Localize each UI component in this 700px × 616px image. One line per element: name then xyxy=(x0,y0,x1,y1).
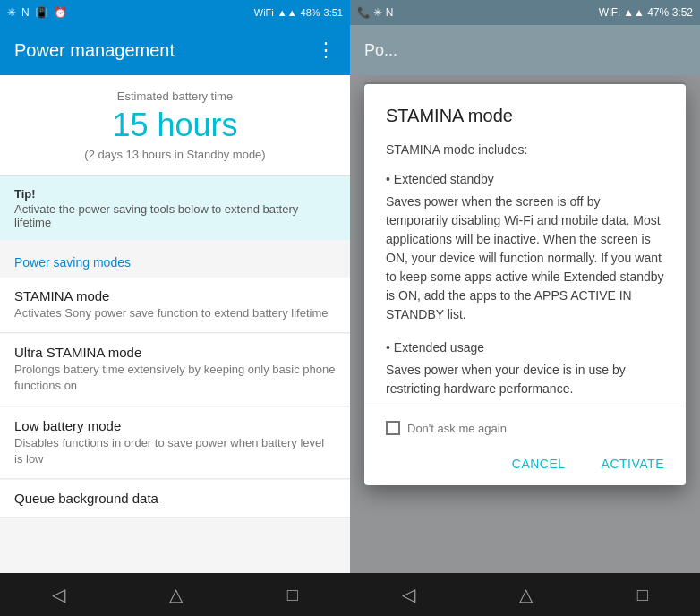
list-item[interactable]: Ultra STAMINA mode Prolongs battery time… xyxy=(0,334,350,406)
vibrate-icon: 📳 xyxy=(35,6,48,19)
battery-right: 47% xyxy=(647,6,669,19)
home-button-left[interactable]: △ xyxy=(169,584,183,605)
dialog-section2-heading: • Extended usage xyxy=(386,338,664,357)
battery-left: 48% xyxy=(301,7,320,18)
standby-text: (2 days 13 hours in Standby mode) xyxy=(14,148,336,161)
tip-section: Tip! Activate the power saving tools bel… xyxy=(0,176,350,240)
bg-content-area: STAMINA mode STAMINA mode includes: • Ex… xyxy=(350,75,700,573)
time-right: 3:52 xyxy=(672,6,693,19)
mode-desc-stamina: Activates Sony power save function to ex… xyxy=(14,305,336,321)
bluetooth-icon: ✳ xyxy=(7,6,16,19)
list-item[interactable]: Low battery mode Disables functions in o… xyxy=(0,407,350,479)
signal-icon: ▲▲ xyxy=(277,7,297,18)
recents-button-left[interactable]: □ xyxy=(287,585,298,605)
time-left: 3:51 xyxy=(324,7,343,18)
tip-title: Tip! xyxy=(14,187,336,201)
status-bar-right: 📞 ✳ N WiFi ▲▲ 47% 3:52 xyxy=(350,0,700,25)
activate-button[interactable]: ACTIVATE xyxy=(587,449,679,478)
battery-section: Estimated battery time 15 hours (2 days … xyxy=(0,75,350,176)
dialog-body: STAMINA mode includes: • Extended standb… xyxy=(386,141,664,398)
power-saving-title: Power saving modes xyxy=(14,255,131,270)
recents-button-right[interactable]: □ xyxy=(637,585,648,605)
home-button-right[interactable]: △ xyxy=(519,584,533,605)
nfc-icon-right: N xyxy=(386,6,394,19)
signal-icon-right: ▲▲ xyxy=(623,6,645,19)
dialog-title: STAMINA mode xyxy=(386,106,664,126)
mode-name-ultra: Ultra STAMINA mode xyxy=(14,345,336,360)
alarm-icon: ⏰ xyxy=(54,6,67,19)
back-button-right[interactable]: ◁ xyxy=(402,584,415,605)
estimated-label: Estimated battery time xyxy=(14,90,336,103)
wifi-icon-right: WiFi xyxy=(599,6,620,19)
nav-bar-right: ◁ △ □ xyxy=(350,573,700,616)
mode-desc-lowbattery: Disables functions in order to save powe… xyxy=(14,435,336,467)
app-bar-title: Power management xyxy=(14,40,175,61)
bluetooth-icon-right: ✳ xyxy=(373,6,382,19)
wifi-icon: WiFi xyxy=(254,7,274,18)
stamina-dialog: STAMINA mode STAMINA mode includes: • Ex… xyxy=(364,84,686,485)
dialog-actions: CANCEL ACTIVATE xyxy=(364,442,686,485)
dialog-section1-heading: • Extended standby xyxy=(386,170,664,189)
status-right-right-icons: WiFi ▲▲ 47% 3:52 xyxy=(599,6,693,19)
cancel-button[interactable]: CANCEL xyxy=(498,449,580,478)
dialog-intro: STAMINA mode includes: xyxy=(386,141,664,159)
mode-desc-ultra: Prolongs battery time extensively by kee… xyxy=(14,362,336,394)
back-button-left[interactable]: ◁ xyxy=(52,584,65,605)
power-saving-header: Power saving modes xyxy=(0,240,350,278)
dont-ask-checkbox[interactable] xyxy=(386,421,400,435)
dialog-section2-body: Saves power when your device is in use b… xyxy=(386,361,664,398)
left-panel: ✳ N 📳 ⏰ WiFi ▲▲ 48% 3:51 Power managemen… xyxy=(0,0,350,616)
app-bar-left: Power management ⋮ xyxy=(0,25,350,75)
list-item[interactable]: Queue background data xyxy=(0,480,350,518)
nfc-icon: N xyxy=(21,6,30,19)
status-right-icons: WiFi ▲▲ 48% 3:51 xyxy=(254,7,343,18)
list-item[interactable]: STAMINA mode Activates Sony power save f… xyxy=(0,278,350,333)
mode-name-stamina: STAMINA mode xyxy=(14,288,336,304)
dont-ask-label: Don't ask me again xyxy=(407,422,507,435)
bg-app-bar: Po... xyxy=(350,25,700,75)
mode-name-lowbattery: Low battery mode xyxy=(14,418,336,433)
status-left-icons: ✳ N 📳 ⏰ xyxy=(7,6,67,19)
dialog-section1-body: Saves power when the screen is off by te… xyxy=(386,192,664,324)
dialog-content: STAMINA mode STAMINA mode includes: • Ex… xyxy=(364,84,686,406)
nav-bar-left: ◁ △ □ xyxy=(0,573,350,616)
tip-body: Activate the power saving tools below to… xyxy=(14,202,336,229)
phone-icon-right: 📞 xyxy=(357,6,371,19)
status-bar-left: ✳ N 📳 ⏰ WiFi ▲▲ 48% 3:51 xyxy=(0,0,350,25)
mode-name-queue: Queue background data xyxy=(14,491,336,506)
status-right-left-icons: 📞 ✳ N xyxy=(357,6,393,19)
more-menu-icon[interactable]: ⋮ xyxy=(316,38,336,62)
dialog-checkbox-row: Don't ask me again xyxy=(364,406,686,442)
right-panel: 📞 ✳ N WiFi ▲▲ 47% 3:52 Po... xyxy=(350,0,700,616)
bg-app-title: Po... xyxy=(364,41,397,60)
hours-display: 15 hours xyxy=(14,107,336,144)
content-area-left: Estimated battery time 15 hours (2 days … xyxy=(0,75,350,573)
